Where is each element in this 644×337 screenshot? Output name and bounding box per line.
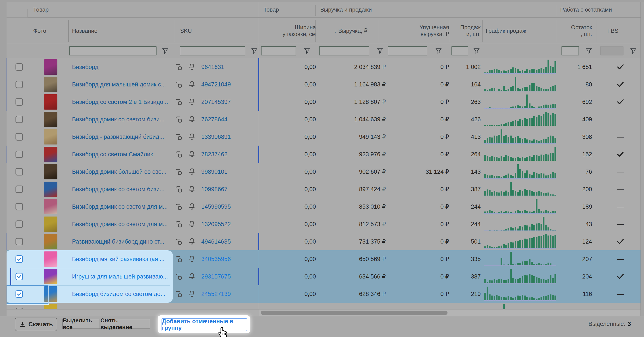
filter-funnel-icon-sales[interactable]: [473, 48, 480, 54]
row-checkbox[interactable]: [16, 168, 23, 176]
filter-funnel-icon-revenue[interactable]: [377, 48, 383, 54]
product-name-link[interactable]: Бизиборд для малышей домик с...: [72, 81, 166, 88]
similar-products-icon[interactable]: [175, 133, 182, 141]
col-header-pack-width[interactable]: Ширина упаковки, см: [268, 18, 316, 44]
product-name-link[interactable]: Бизиборд домик большой со све...: [72, 168, 166, 175]
col-header-lost-revenue[interactable]: Упущенная выручка, ₽: [385, 18, 449, 44]
col-header-revenue[interactable]: ↓Выручка, ₽: [316, 18, 386, 44]
product-sku-link[interactable]: 293157675: [201, 273, 231, 280]
filter-input-stock[interactable]: [562, 46, 579, 56]
product-name-link[interactable]: Бизиборд домик со светом для м...: [72, 221, 168, 228]
product-sku-link[interactable]: 132095522: [201, 221, 231, 228]
filter-funnel-icon-sku[interactable]: [251, 48, 258, 54]
bell-notification-icon[interactable]: [188, 290, 196, 298]
product-name-link[interactable]: Бизиборд мягкий развивающая ...: [72, 256, 164, 262]
bell-notification-icon[interactable]: [188, 63, 196, 71]
add-selected-to-group-button[interactable]: Добавить отмеченные в группу: [162, 318, 247, 331]
product-sku-link[interactable]: 245527139: [201, 291, 231, 298]
filter-input-name[interactable]: [69, 46, 156, 56]
product-sku-link[interactable]: 494721049: [201, 81, 231, 88]
product-sku-link[interactable]: 133906891: [201, 134, 231, 140]
download-button[interactable]: Скачать: [15, 318, 57, 331]
product-name-link[interactable]: Игрушка для малышей развиваю...: [72, 273, 168, 280]
row-checkbox[interactable]: [16, 220, 23, 228]
similar-products-icon[interactable]: [175, 116, 182, 123]
row-checkbox[interactable]: [16, 81, 23, 88]
similar-products-icon[interactable]: [175, 185, 182, 193]
product-name-link[interactable]: Бизиборд домик со светом бизи...: [72, 186, 164, 193]
product-sku-link[interactable]: 207145397: [201, 99, 231, 106]
col-header-name[interactable]: Название: [72, 18, 159, 44]
col-header-photo[interactable]: Фото: [33, 18, 60, 44]
product-name-link[interactable]: Бизиборд со светом 2 в 1 Бизидо...: [72, 99, 168, 106]
product-sku-link[interactable]: 145990595: [201, 204, 231, 210]
similar-products-icon[interactable]: [175, 272, 182, 280]
product-name-link[interactable]: Бизиборд со светом Смайлик: [72, 151, 153, 158]
clear-selection-button[interactable]: Снять выделение: [100, 319, 150, 329]
col-header-sales-chart[interactable]: График продаж: [486, 18, 551, 44]
similar-products-icon[interactable]: [175, 168, 182, 176]
bell-notification-icon[interactable]: [188, 133, 196, 141]
col-header-sku[interactable]: SKU: [180, 18, 224, 44]
bell-notification-icon[interactable]: [188, 238, 196, 246]
bell-notification-icon[interactable]: [188, 220, 196, 228]
product-name-link[interactable]: Бизиборд - развивающий бизид...: [72, 134, 164, 140]
select-all-button[interactable]: Выделить все: [62, 319, 100, 329]
product-sku-link[interactable]: 76278644: [201, 116, 228, 123]
similar-products-icon[interactable]: [175, 80, 182, 88]
col-header-fbs[interactable]: FBS: [607, 18, 634, 44]
similar-products-icon[interactable]: [175, 150, 182, 158]
bell-notification-icon[interactable]: [188, 80, 196, 88]
product-sku-link[interactable]: 10998667: [201, 186, 228, 193]
vertical-scrollbar-track[interactable]: [641, 2, 644, 316]
bell-notification-icon[interactable]: [188, 150, 196, 158]
row-checkbox[interactable]: [16, 150, 23, 158]
horizontal-scrollbar-thumb[interactable]: [261, 310, 448, 315]
product-name-link[interactable]: Бизиборд домик со светом бизи...: [72, 116, 164, 123]
filter-funnel-icon-pack-width[interactable]: [304, 48, 310, 54]
product-sku-link[interactable]: 99890101: [201, 168, 228, 175]
filter-input-revenue[interactable]: [319, 46, 369, 56]
filter-input-sales[interactable]: [452, 46, 468, 56]
product-sku-link[interactable]: 9641631: [201, 64, 224, 70]
row-checkbox[interactable]: [16, 273, 23, 280]
col-header-stock[interactable]: Остаток , шт.: [556, 18, 592, 44]
bell-notification-icon[interactable]: [188, 185, 196, 193]
similar-products-icon[interactable]: [175, 63, 182, 71]
bell-notification-icon[interactable]: [188, 203, 196, 210]
product-name-link[interactable]: Бизиборд домик со светом для м...: [72, 204, 168, 210]
bell-notification-icon[interactable]: [188, 168, 196, 176]
bell-notification-icon[interactable]: [188, 272, 196, 280]
col-header-sales[interactable]: Продаж и, шт.: [450, 18, 481, 44]
product-sku-link[interactable]: 494614635: [201, 238, 231, 245]
filter-input-lost-revenue[interactable]: [388, 46, 427, 56]
row-checkbox[interactable]: [16, 203, 23, 210]
product-name-link[interactable]: Развивающий бизиборд дино ст...: [72, 238, 164, 245]
product-sku-link[interactable]: 340535956: [201, 256, 231, 262]
row-checkbox[interactable]: [16, 238, 23, 245]
bell-notification-icon[interactable]: [188, 98, 196, 106]
bell-notification-icon[interactable]: [188, 255, 196, 263]
similar-products-icon[interactable]: [175, 98, 182, 106]
row-checkbox[interactable]: [16, 98, 23, 106]
similar-products-icon[interactable]: [175, 238, 182, 246]
row-checkbox[interactable]: [16, 186, 23, 193]
filter-funnel-icon-name[interactable]: [162, 48, 168, 54]
row-checkbox[interactable]: [16, 133, 23, 140]
bell-notification-icon[interactable]: [188, 116, 196, 123]
similar-products-icon[interactable]: [175, 290, 182, 298]
similar-products-icon[interactable]: [175, 203, 182, 210]
filter-funnel-icon-stock[interactable]: [586, 48, 592, 54]
product-sku-link[interactable]: 78237462: [201, 151, 228, 158]
filter-input-sku[interactable]: [180, 46, 245, 56]
row-checkbox[interactable]: [16, 116, 23, 123]
row-checkbox[interactable]: [16, 63, 23, 71]
product-name-link[interactable]: Бизиборд бизидом со светом до...: [72, 291, 166, 298]
filter-funnel-icon-lost-revenue[interactable]: [435, 48, 442, 54]
filter-input-pack-width[interactable]: [261, 46, 296, 56]
similar-products-icon[interactable]: [175, 220, 182, 228]
filter-funnel-icon-fbs[interactable]: [630, 48, 636, 54]
row-checkbox[interactable]: [16, 308, 23, 309]
product-name-link[interactable]: Бизиборд: [72, 64, 98, 70]
similar-products-icon[interactable]: [175, 255, 182, 263]
